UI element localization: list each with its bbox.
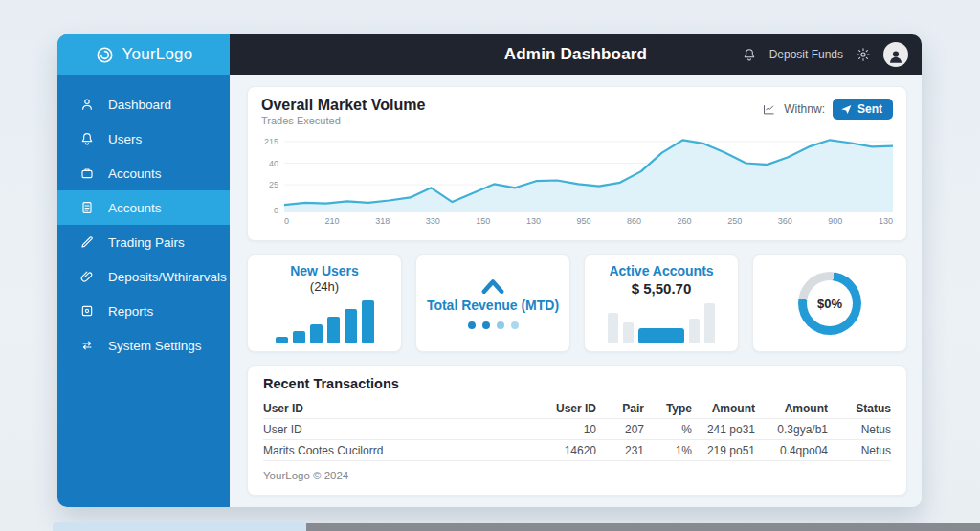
sidebar-item-trading-pairs[interactable]: Trading Pairs	[57, 225, 230, 259]
footer-copyright: YourLogo © 2024	[263, 470, 891, 481]
chart-plot	[284, 132, 893, 214]
chart-y-axis: 21540250	[261, 132, 282, 212]
new-users-subtitle: (24h)	[310, 279, 339, 294]
sidebar-item-dashboard[interactable]: Dashboard	[57, 87, 230, 122]
revenue-dots	[468, 321, 519, 329]
bell-icon	[79, 131, 95, 146]
x-tick-label: 150	[476, 216, 490, 226]
topbar: Admin Dashboard Deposit Funds	[230, 34, 922, 75]
revenue-dot	[497, 321, 504, 329]
new-users-bar	[310, 324, 323, 343]
sidebar-item-accounts[interactable]: Accounts	[57, 156, 230, 190]
new-users-bar	[276, 337, 288, 343]
cell-value: 1%	[644, 444, 692, 457]
chart-x-axis: 0210318330150130950860260250360900130	[284, 216, 893, 226]
new-users-title: New Users	[290, 263, 359, 278]
bottom-strip-left	[53, 522, 306, 531]
active-accounts-card[interactable]: Active Accounts $ 5,50.70	[584, 254, 739, 352]
bell-icon[interactable]	[742, 47, 757, 62]
sidebar-item-users[interactable]: Users	[57, 122, 230, 156]
cell-name: User ID	[263, 423, 527, 436]
y-tick-label: 0	[274, 206, 278, 215]
active-accounts-bar	[623, 322, 634, 343]
sidebar-item-accounts[interactable]: Accounts	[57, 190, 230, 225]
sidebar-item-deposits-wthirarvals[interactable]: Deposits/Wthirarvals	[57, 259, 230, 294]
col-header: Pair	[596, 402, 644, 415]
sent-button[interactable]: Sent	[833, 99, 893, 120]
gear-icon[interactable]	[856, 47, 871, 62]
main-content: Overall Market Volume Trades Executed Wi…	[230, 75, 922, 507]
withdraw-chart-icon	[762, 102, 776, 117]
chart-subtitle: Trades Executed	[261, 115, 425, 126]
new-users-bar	[327, 317, 340, 343]
cell-value: 0.3gya/b1	[755, 423, 828, 436]
sidebar-item-label: Users	[108, 132, 142, 146]
sent-button-label: Sent	[858, 102, 882, 116]
cell-value: 231	[596, 444, 644, 457]
transactions-title: Recent Transactions	[263, 376, 891, 391]
sidebar-item-reports[interactable]: Reports	[57, 294, 230, 328]
user-icon	[79, 97, 95, 112]
sidebar-item-label: Dashboard	[108, 98, 171, 112]
total-revenue-card[interactable]: Total Revenue (MTD)	[415, 254, 570, 352]
withdraw-label: Withnw:	[784, 102, 825, 116]
send-icon	[840, 103, 853, 116]
active-accounts-title: Active Accounts	[609, 263, 713, 278]
new-users-bar	[362, 300, 374, 343]
x-tick-label: 260	[678, 216, 692, 226]
table-row[interactable]: User ID10207%241 po310.3gya/b1Netus	[263, 419, 891, 440]
col-header: User ID	[263, 402, 527, 415]
new-users-card[interactable]: New Users (24h)	[247, 254, 402, 352]
x-tick-label: 900	[828, 216, 842, 226]
x-tick-label: 0	[284, 216, 289, 226]
x-tick-label: 330	[426, 216, 440, 226]
chart-title: Overall Market Volume	[261, 97, 425, 114]
cell-value: 0.4qpo04	[755, 444, 828, 457]
sidebar-item-system-settings[interactable]: System Settings	[57, 328, 230, 363]
x-tick-label: 250	[727, 216, 742, 226]
col-header: Status	[828, 402, 891, 415]
x-tick-label: 130	[526, 216, 541, 226]
cell-value: 14620	[527, 444, 596, 457]
donut-card[interactable]: $0%	[752, 254, 907, 352]
topbar-actions: Deposit Funds	[742, 42, 922, 67]
col-header: Amount	[692, 402, 755, 415]
active-accounts-bar-chart	[608, 302, 715, 343]
col-header: Type	[644, 402, 692, 415]
report-icon	[79, 303, 95, 319]
swap-icon	[79, 338, 95, 353]
logo: YourLogo	[57, 34, 230, 75]
table-row[interactable]: Marits Cootes Cucilorrd146202311%219 po5…	[263, 440, 891, 461]
cell-name: Marits Cootes Cucilorrd	[263, 444, 527, 457]
avatar-person-icon	[887, 48, 904, 65]
stats-row: New Users (24h) Total Revenue (MTD) Acti…	[247, 254, 907, 352]
new-users-bar-chart	[276, 300, 374, 343]
sidebar-item-label: Accounts	[108, 201, 162, 215]
bottom-strip-right	[306, 523, 980, 531]
file-icon	[79, 200, 95, 215]
active-accounts-value: $ 5,50.70	[632, 280, 692, 297]
revenue-dot	[482, 321, 490, 329]
recent-transactions-card: Recent Transactions User IDUser IDPairTy…	[247, 365, 907, 496]
x-tick-label: 360	[778, 216, 792, 226]
cell-value: Netus	[828, 444, 891, 457]
briefcase-icon	[79, 166, 95, 181]
avatar[interactable]	[883, 42, 908, 67]
donut-label: $0%	[817, 297, 842, 311]
sidebar-item-label: System Settings	[108, 339, 202, 353]
donut-chart: $0%	[798, 272, 861, 335]
sidebar-item-label: Trading Pairs	[108, 235, 185, 250]
sidebar: YourLogo DashboardUsersAccountsAccountsT…	[57, 34, 230, 507]
dashboard-app: YourLogo DashboardUsersAccountsAccountsT…	[57, 34, 922, 507]
x-tick-label: 860	[627, 216, 641, 226]
x-tick-label: 950	[576, 216, 590, 226]
logo-text: YourLogo	[122, 45, 193, 64]
y-tick-label: 25	[269, 180, 278, 189]
market-volume-card: Overall Market Volume Trades Executed Wi…	[247, 86, 907, 241]
table-header-row: User IDUser IDPairTypeAmountAmountStatus	[263, 398, 891, 419]
paperclip-icon	[79, 269, 95, 284]
deposit-funds-label[interactable]: Deposit Funds	[769, 48, 843, 61]
col-header: Amount	[755, 402, 828, 415]
pencil-icon	[79, 234, 95, 250]
transactions-table: User IDUser IDPairTypeAmountAmountStatus…	[263, 398, 891, 461]
